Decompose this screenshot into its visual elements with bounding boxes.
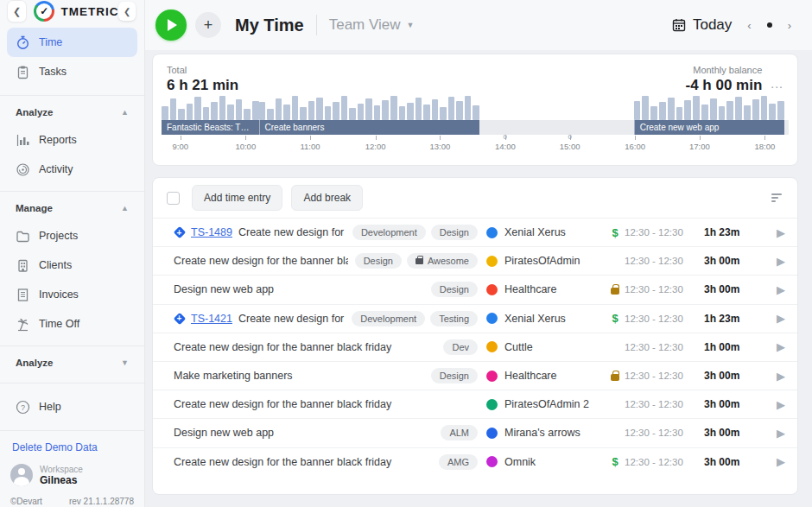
timeline-chart[interactable]: Fantastic Beasts: The Crimes...Create ba… <box>162 94 789 158</box>
time-entry-row[interactable]: Design new web appDesignHealthcare12:30 … <box>153 275 797 303</box>
row-play-button[interactable]: ▶ <box>756 226 785 239</box>
sidebar-item-label: Time <box>39 36 62 48</box>
summary-menu-button[interactable]: ... <box>771 77 783 94</box>
copyright-text: ©Devart <box>10 497 42 506</box>
add-time-entry-button[interactable]: Add time entry <box>192 185 282 211</box>
billable-cell <box>606 371 625 381</box>
sidebar-item-time-off[interactable]: Time Off <box>7 309 137 339</box>
sidebar-section-analyze-0: Analyze▲ReportsActivity <box>0 96 144 192</box>
row-play-button[interactable]: ▶ <box>756 312 785 325</box>
workspace-switcher[interactable]: Workspace Gilneas <box>10 464 134 486</box>
activity-bar <box>341 96 348 120</box>
start-timer-button[interactable] <box>155 10 187 41</box>
back-button[interactable]: ❮ <box>7 0 27 22</box>
entry-tags: Dev <box>443 339 478 355</box>
sidebar-item-help[interactable]: ? Help <box>7 392 137 421</box>
activity-bar <box>365 98 372 121</box>
activity-bar <box>178 109 185 121</box>
tag-label: Dev <box>452 342 469 352</box>
time-entry-row[interactable]: Make marketing bannersDesignHealthcare12… <box>153 361 797 390</box>
billable-dollar-icon: $ <box>612 226 618 239</box>
sidebar-item-activity[interactable]: Activity <box>7 155 137 184</box>
sidebar-header: ❮ TMETRIC ❮ <box>0 0 144 22</box>
activity-bar <box>668 98 675 120</box>
row-play-button[interactable]: ▶ <box>756 255 785 268</box>
row-play-button[interactable]: ▶ <box>756 398 785 411</box>
monthly-balance-label: Monthly balance <box>686 65 763 75</box>
project-name: Xenial Xerus <box>504 313 566 325</box>
time-entry-row[interactable]: Create new design for the banner black f… <box>153 333 797 361</box>
activity-bar <box>259 102 266 120</box>
next-day-button[interactable]: › <box>784 17 795 34</box>
row-play-button[interactable]: ▶ <box>756 427 785 440</box>
activity-bar <box>227 105 234 120</box>
entry-project: Healthcare <box>486 283 606 295</box>
chevron-up-icon: ▲ <box>121 108 129 117</box>
entry-project: Healthcare <box>486 370 606 382</box>
tag-label: Design <box>364 256 393 266</box>
activity-bar <box>719 106 726 121</box>
tmetric-logo-icon <box>34 1 54 22</box>
row-play-button[interactable]: ▶ <box>756 283 785 296</box>
tag-label: Design <box>440 227 469 238</box>
timeline-segment-2[interactable]: Create new web app <box>634 120 784 135</box>
time-entry-row[interactable]: Create new design for the banner black f… <box>153 447 797 476</box>
project-color-dot <box>486 456 498 467</box>
tag-label: Awesome <box>428 256 469 266</box>
tag-design: Design <box>431 368 478 383</box>
select-all-checkbox[interactable] <box>167 192 180 205</box>
project-name: Healthcare <box>504 283 556 295</box>
activity-bar <box>777 101 784 120</box>
delete-demo-data-link[interactable]: Delete Demo Data <box>12 441 134 453</box>
activity-bar <box>308 101 315 121</box>
entry-tags: AMG <box>439 454 478 470</box>
timeline-segment-0[interactable]: Fantastic Beasts: The Crimes... <box>162 120 259 135</box>
sidebar-item-clients[interactable]: Clients <box>7 250 137 280</box>
entry-title: Make marketing banners <box>174 370 293 382</box>
app-root: ❮ TMETRIC ❮ TimeTasks Analyze▲ReportsAct… <box>0 0 812 507</box>
sidebar-help: ? Help <box>0 383 144 430</box>
today-dot-button[interactable] <box>767 22 772 28</box>
tag-design: Design <box>431 225 478 240</box>
time-entry-row[interactable]: Create new design for the banner black f… <box>153 390 797 418</box>
sidebar-item-tasks[interactable]: Tasks <box>7 57 137 86</box>
sidebar-item-projects[interactable]: Projects <box>7 221 137 250</box>
entry-duration: 1h 23m <box>704 313 756 325</box>
chevron-left-icon: ❮ <box>124 7 130 16</box>
ticket-link[interactable]: TS-1421 <box>191 313 232 325</box>
sidebar-item-reports[interactable]: Reports <box>7 125 137 155</box>
prev-day-button[interactable]: ‹ <box>744 17 754 34</box>
row-play-button[interactable]: ▶ <box>756 370 785 383</box>
sidebar-item-invoices[interactable]: Invoices <box>7 280 137 309</box>
add-break-button[interactable]: Add break <box>291 185 363 211</box>
sort-icon[interactable] <box>771 193 782 202</box>
time-entry-row[interactable]: TS-1489Create new design for the time ed… <box>153 218 797 246</box>
activity-bar <box>399 106 406 120</box>
ticket-link[interactable]: TS-1489 <box>191 226 232 238</box>
svg-text:?: ? <box>21 403 25 412</box>
section-header-manage-1[interactable]: Manage▲ <box>7 195 137 221</box>
hour-label: 14:00 <box>495 142 516 151</box>
sidebar-sections: Analyze▲ReportsActivityManage▲ProjectsCl… <box>0 96 144 383</box>
hour-label: 12:00 <box>365 142 386 151</box>
date-picker-button[interactable]: Today <box>672 16 732 34</box>
time-entry-row[interactable]: TS-1421Create new design for the time ed… <box>153 304 797 333</box>
section-header-analyze-0[interactable]: Analyze▲ <box>7 99 137 125</box>
sidebar-item-time[interactable]: Time <box>7 28 137 57</box>
revision-text: rev 21.1.1.28778 <box>69 497 134 506</box>
tag-design: Design <box>431 282 478 297</box>
time-entry-row[interactable]: Design new web appALMMirana's arrows12:3… <box>153 418 797 447</box>
activity-bar <box>276 98 282 121</box>
entry-title: Create new design for the banner black f… <box>174 341 391 353</box>
tag-label: Design <box>440 371 469 381</box>
time-entry-row[interactable]: Create new design for the banner black f… <box>153 246 797 275</box>
sidebar-collapse-button[interactable]: ❮ <box>118 2 136 21</box>
activity-bar <box>325 106 332 121</box>
row-play-button[interactable]: ▶ <box>756 455 785 468</box>
timeline-segment-1[interactable]: Create banners <box>259 120 480 135</box>
tab-team-view[interactable]: Team View ▼ <box>329 16 415 34</box>
row-play-button[interactable]: ▶ <box>756 340 785 353</box>
hour-tick <box>245 136 246 140</box>
section-header-analyze-2[interactable]: Analyze▼ <box>7 350 137 376</box>
add-time-entry-quick-button[interactable]: + <box>195 12 221 38</box>
